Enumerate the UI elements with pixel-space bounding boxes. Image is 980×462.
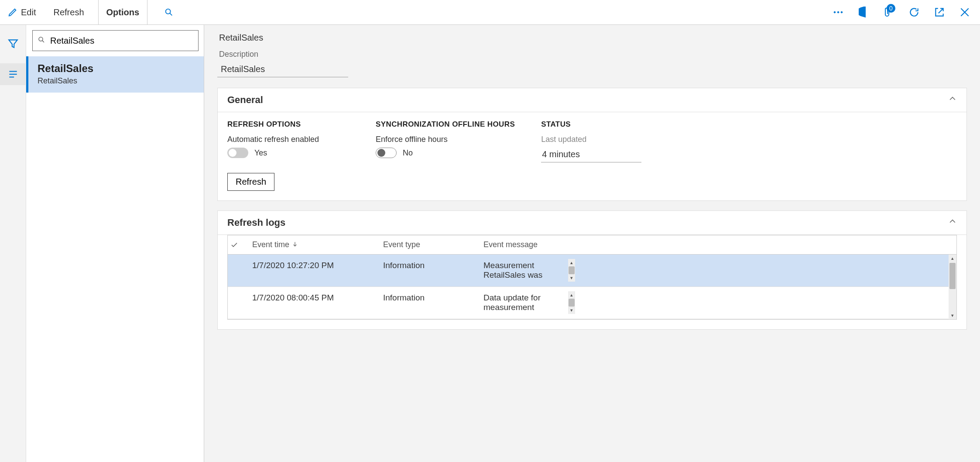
top-toolbar: Edit Refresh Options 0 bbox=[0, 0, 980, 25]
log-grid: Event time Event type Event message 1/7/… bbox=[227, 235, 957, 320]
reload-icon[interactable] bbox=[908, 6, 921, 19]
event-type-column[interactable]: Event type bbox=[380, 240, 481, 249]
office-icon[interactable] bbox=[857, 6, 870, 19]
attachments-icon[interactable]: 0 bbox=[882, 6, 895, 19]
svg-rect-3 bbox=[837, 11, 840, 14]
refresh-logs-card: Refresh logs Event time bbox=[217, 210, 967, 330]
log-type: Information bbox=[380, 291, 481, 304]
log-row[interactable]: 1/7/2020 08:00:45 PM Information Data up… bbox=[228, 287, 956, 319]
search-input[interactable] bbox=[32, 30, 199, 51]
general-header[interactable]: General bbox=[218, 88, 966, 112]
edit-button[interactable]: Edit bbox=[4, 0, 39, 24]
sort-desc-icon bbox=[292, 240, 298, 249]
refresh-toolbar-button[interactable]: Refresh bbox=[50, 0, 87, 24]
row-scrollbar[interactable]: ▴ ▾ bbox=[568, 291, 575, 314]
svg-point-0 bbox=[166, 9, 171, 14]
toolbar-right: 0 bbox=[832, 6, 976, 19]
pencil-icon bbox=[8, 7, 17, 17]
search-input-icon bbox=[38, 36, 45, 45]
scroll-down-icon[interactable]: ▾ bbox=[570, 274, 573, 282]
refresh-options-label: REFRESH OPTIONS bbox=[227, 120, 350, 129]
chevron-up-icon bbox=[948, 217, 957, 228]
toolbar-left: Edit Refresh Options bbox=[4, 0, 177, 24]
svg-rect-2 bbox=[833, 11, 836, 14]
auto-refresh-toggle[interactable] bbox=[227, 148, 248, 158]
auto-refresh-value: Yes bbox=[254, 148, 267, 158]
general-title: General bbox=[227, 94, 263, 106]
edit-label: Edit bbox=[21, 7, 36, 17]
scroll-down-icon[interactable]: ▾ bbox=[951, 312, 954, 319]
attachments-badge: 0 bbox=[887, 4, 895, 13]
filter-icon[interactable] bbox=[0, 33, 26, 55]
list-item[interactable]: RetailSales RetailSales bbox=[26, 56, 204, 93]
description-label: Description bbox=[217, 50, 967, 59]
log-header-row: Event time Event type Event message bbox=[228, 235, 956, 255]
list-panel: RetailSales RetailSales bbox=[26, 25, 204, 462]
options-button[interactable]: Options bbox=[98, 0, 148, 24]
sync-offline-label: SYNCHRONIZATION OFFLINE HOURS bbox=[376, 120, 515, 129]
last-updated-value: 4 minutes bbox=[541, 147, 641, 162]
svg-point-10 bbox=[39, 37, 43, 41]
search-wrap bbox=[26, 25, 204, 56]
general-body: REFRESH OPTIONS Automatic refresh enable… bbox=[218, 112, 966, 200]
last-updated-label: Last updated bbox=[541, 135, 663, 144]
log-message: Data update for measurement bbox=[481, 291, 568, 314]
search-toolbar-button[interactable] bbox=[158, 0, 177, 24]
app-grid-icon[interactable] bbox=[832, 6, 845, 19]
left-iconbar bbox=[0, 25, 26, 462]
svg-rect-4 bbox=[840, 11, 843, 14]
log-row[interactable]: 1/7/2020 10:27:20 PM Information Measure… bbox=[228, 255, 956, 287]
description-field[interactable] bbox=[217, 62, 348, 77]
refresh-logs-body: Event time Event type Event message 1/7/… bbox=[218, 234, 966, 329]
list-item-subtitle: RetailSales bbox=[38, 76, 195, 86]
event-message-column[interactable]: Event message bbox=[481, 240, 568, 249]
refresh-logs-header[interactable]: Refresh logs bbox=[218, 211, 966, 234]
status-section-label: STATUS bbox=[541, 120, 663, 129]
scroll-up-icon[interactable]: ▴ bbox=[570, 259, 573, 266]
enforce-offline-value: No bbox=[403, 148, 413, 158]
page-title: RetailSales bbox=[217, 33, 967, 43]
log-type: Information bbox=[380, 259, 481, 272]
refresh-logs-title: Refresh logs bbox=[227, 217, 285, 228]
general-card: General REFRESH OPTIONS Automatic refres… bbox=[217, 88, 967, 201]
scroll-up-icon[interactable]: ▴ bbox=[951, 255, 954, 262]
svg-line-11 bbox=[42, 41, 44, 42]
scroll-up-icon[interactable]: ▴ bbox=[570, 291, 573, 299]
scroll-down-icon[interactable]: ▾ bbox=[570, 307, 573, 314]
log-time: 1/7/2020 08:00:45 PM bbox=[250, 291, 380, 304]
enforce-offline-label: Enforce offline hours bbox=[376, 135, 515, 144]
refresh-button[interactable]: Refresh bbox=[227, 173, 274, 191]
options-label: Options bbox=[106, 7, 140, 17]
close-icon[interactable] bbox=[958, 6, 971, 19]
log-time: 1/7/2020 10:27:20 PM bbox=[250, 259, 380, 272]
refresh-toolbar-label: Refresh bbox=[53, 7, 84, 17]
select-all-column[interactable] bbox=[228, 241, 250, 249]
log-message: Measurement RetailSales was bbox=[481, 259, 568, 282]
list-icon[interactable] bbox=[0, 63, 26, 85]
svg-line-1 bbox=[170, 13, 172, 15]
grid-scrollbar[interactable]: ▴ ▾ bbox=[949, 255, 956, 319]
enforce-offline-toggle[interactable] bbox=[376, 148, 397, 158]
auto-refresh-label: Automatic refresh enabled bbox=[227, 135, 350, 144]
main-area: RetailSales RetailSales RetailSales Desc… bbox=[0, 25, 980, 462]
row-scrollbar[interactable]: ▴ ▾ bbox=[568, 259, 575, 282]
chevron-up-icon bbox=[948, 94, 957, 106]
popout-icon[interactable] bbox=[933, 6, 946, 19]
detail-panel: RetailSales Description General REFRESH … bbox=[204, 25, 980, 462]
list-item-title: RetailSales bbox=[38, 62, 195, 75]
search-icon bbox=[164, 7, 174, 17]
event-time-column[interactable]: Event time bbox=[250, 240, 380, 249]
